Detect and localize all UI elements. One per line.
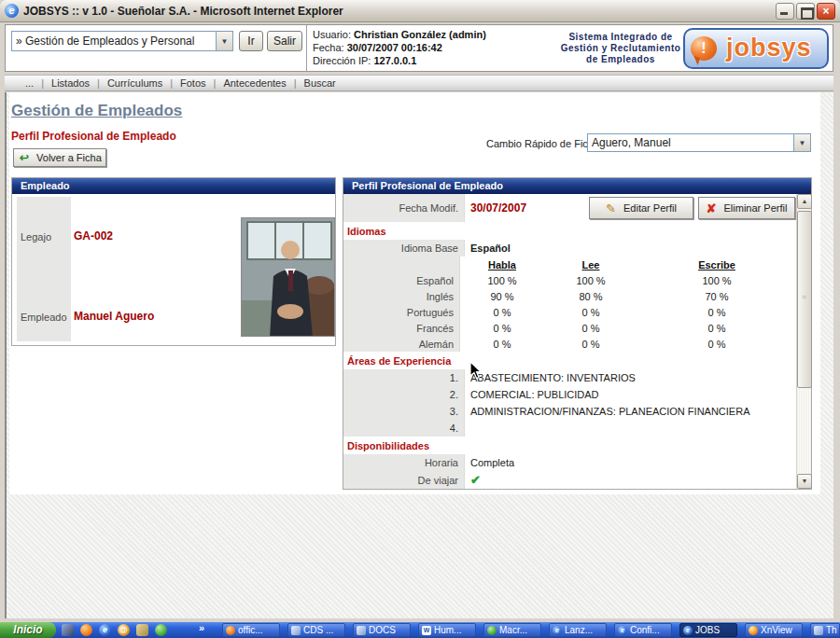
experience-number: 2. <box>343 386 465 403</box>
browser-window: e JOBSYS :: v 1.0 - Sueñolar S.A. - Micr… <box>0 0 840 638</box>
scroll-down-button[interactable]: ▼ <box>797 474 812 489</box>
edit-profile-button[interactable]: ✎ Editar Perfil <box>589 197 693 219</box>
lang-escribe: 0 % <box>637 323 796 334</box>
start-button[interactable]: Inicio <box>0 622 56 638</box>
experience-number: 1. <box>343 369 465 386</box>
taskbar-button-label: JOBS <box>695 625 720 635</box>
ip-value: 127.0.0.1 <box>373 55 416 66</box>
employee-panel-header: Empleado <box>12 178 335 194</box>
fecha-modif-label: Fecha Modif. <box>343 194 465 222</box>
close-button[interactable]: × <box>817 3 835 20</box>
minimize-button[interactable] <box>776 3 794 20</box>
mouse-cursor <box>469 361 482 383</box>
menu-bar: ... | Listados | Currículums | Fotos | A… <box>5 75 833 91</box>
legajo-value: GA-002 <box>74 229 113 243</box>
chevron-down-icon[interactable]: ▼ <box>793 134 810 151</box>
taskbar-button-macr[interactable]: Macr... <box>483 623 541 637</box>
ip-label: Dirección IP: <box>313 55 371 66</box>
internet-explorer-icon: e <box>683 626 693 635</box>
taskbar-button-offic[interactable]: offic... <box>222 623 280 637</box>
lang-label: Alemán <box>343 336 460 352</box>
quick-launch-overflow[interactable]: » <box>199 622 204 633</box>
back-to-record-button[interactable]: ↩ Volver a Ficha <box>13 148 106 167</box>
lang-label: Francés <box>343 320 460 336</box>
date-value: 30/07/2007 00:16:42 <box>347 42 442 53</box>
exit-button[interactable]: Salir <box>267 31 302 51</box>
ie-icon: e <box>5 4 19 18</box>
quick-change-select[interactable]: Aguero, Manuel ▼ <box>587 133 811 152</box>
scroll-thumb[interactable] <box>797 211 812 388</box>
edit-button-label: Editar Perfil <box>623 202 677 214</box>
logo-area: Sistema Integrado de Gestión y Reclutami… <box>558 27 831 69</box>
lang-escribe: 0 % <box>637 307 796 318</box>
lang-escribe: 0 % <box>637 339 796 350</box>
lang-habla: 0 % <box>460 323 544 334</box>
taskbar-button-label: DOCS <box>369 625 396 635</box>
edit-icon: ✎ <box>606 201 616 215</box>
taskbar-button-th[interactable]: Th <box>810 623 840 637</box>
lang-escribe: 100 % <box>637 275 796 286</box>
taskbar-button-hum[interactable]: W Hum... <box>418 623 476 637</box>
chevron-down-icon[interactable]: ▼ <box>216 32 232 50</box>
scroll-up-button[interactable]: ▲ <box>797 194 812 209</box>
lang-row: Inglés 90 % 80 % 70 % <box>343 288 796 304</box>
lang-habla: 90 % <box>460 291 544 302</box>
taskbar-button-label: Hum... <box>434 625 461 635</box>
mail-icon[interactable]: @ <box>118 624 130 636</box>
taskbar-button-cds[interactable]: CDS ... <box>287 623 345 637</box>
taskbar-button-jobs-active[interactable]: e JOBS <box>679 623 737 637</box>
media-player-icon[interactable] <box>155 624 167 636</box>
lang-row: Portugués 0 % 0 % 0 % <box>343 304 796 320</box>
delete-x-icon: ✘ <box>707 201 717 215</box>
menu-item-fotos[interactable]: Fotos <box>173 77 214 89</box>
firefox-icon[interactable] <box>80 624 92 636</box>
legajo-label: Legajo <box>21 231 51 243</box>
title-bar: e JOBSYS :: v 1.0 - Sueñolar S.A. - Micr… <box>0 0 840 22</box>
date-label: Fecha: <box>313 42 344 53</box>
notes-icon[interactable] <box>136 624 148 636</box>
taskbar-button-docs[interactable]: DOCS <box>353 623 411 637</box>
menu-item-buscar[interactable]: Buscar <box>297 77 343 89</box>
menu-item-antecedentes[interactable]: Antecedentes <box>216 77 293 89</box>
section-experiencia: Áreas de Experiencia <box>343 352 796 369</box>
lang-lee: 80 % <box>544 291 637 302</box>
menu-item-more[interactable]: ... <box>18 77 41 89</box>
lang-label: Portugués <box>343 304 460 320</box>
experience-text: ADMINISTRACION/FINANZAS: PLANEACION FINA… <box>465 406 749 417</box>
profile-scrollbar[interactable]: ▲ ▼ <box>796 194 811 489</box>
delete-profile-button[interactable]: ✘ Eliminar Perfil <box>698 197 795 219</box>
lang-habla: 0 % <box>460 339 544 350</box>
lang-lee: 0 % <box>544 323 637 334</box>
word-document-icon: W <box>422 626 431 635</box>
empleado-label: Empleado <box>21 312 67 323</box>
quick-change-value: Aguero, Manuel <box>588 136 793 149</box>
lang-escribe: 70 % <box>637 291 796 302</box>
lang-label: Inglés <box>343 288 460 304</box>
maximize-button[interactable] <box>796 3 815 20</box>
speech-bubble-icon: ! <box>691 36 717 61</box>
app-icon <box>291 626 301 635</box>
col-escribe: Escribe <box>637 259 796 270</box>
taskbar-button-label: offic... <box>238 625 263 635</box>
taskbar-button-label: Confi... <box>630 625 660 635</box>
internet-explorer-icon[interactable]: e <box>99 624 111 636</box>
taskbar-button-confi[interactable]: e Confi... <box>614 623 672 637</box>
module-select[interactable]: » Gestión de Empleados y Personal ▼ <box>11 31 233 51</box>
go-button[interactable]: Ir <box>239 31 263 51</box>
back-button-label: Volver a Ficha <box>36 152 102 163</box>
taskbar-button-label: CDS ... <box>303 625 333 635</box>
app-icon <box>814 626 823 635</box>
idioma-base-value: Español <box>465 243 511 254</box>
experience-item: 2. COMERCIAL: PUBLICIDAD <box>343 386 796 403</box>
taskbar-button-xnview[interactable]: XnView <box>745 623 803 637</box>
profile-panel-header: Perfil Profesional de Empleado <box>343 178 811 194</box>
show-desktop-icon[interactable] <box>62 624 74 636</box>
media-icon <box>487 626 497 635</box>
lang-row: Francés 0 % 0 % 0 % <box>343 320 796 336</box>
taskbar-button-lanz[interactable]: e Lanz... <box>549 623 607 637</box>
lang-habla: 0 % <box>460 307 544 318</box>
menu-item-listados[interactable]: Listados <box>44 77 97 89</box>
quick-change-label: Cambio Rápido de Ficha <box>486 138 599 149</box>
section-disponibilidades: Disponibilidades <box>343 437 796 454</box>
menu-item-curriculums[interactable]: Currículums <box>100 77 170 89</box>
